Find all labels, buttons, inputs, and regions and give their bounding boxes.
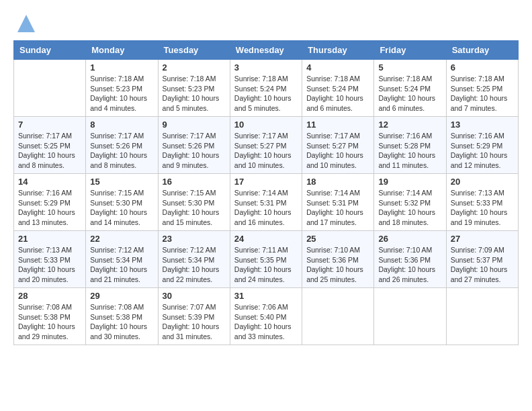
day-info: Sunrise: 7:11 AMSunset: 5:35 PMDaylight:… bbox=[234, 245, 298, 285]
calendar-week-row: 21Sunrise: 7:13 AMSunset: 5:33 PMDayligh… bbox=[14, 231, 519, 288]
day-number: 4 bbox=[306, 62, 369, 73]
calendar-week-row: 28Sunrise: 7:08 AMSunset: 5:38 PMDayligh… bbox=[14, 288, 519, 345]
day-info: Sunrise: 7:17 AMSunset: 5:26 PMDaylight:… bbox=[163, 131, 226, 171]
day-number: 21 bbox=[18, 234, 81, 244]
weekday-header-thursday: Thursday bbox=[302, 41, 374, 60]
logo-icon bbox=[16, 13, 36, 34]
day-info: Sunrise: 7:17 AMSunset: 5:25 PMDaylight:… bbox=[18, 131, 81, 171]
day-number: 15 bbox=[90, 177, 153, 187]
calendar-cell: 16Sunrise: 7:15 AMSunset: 5:30 PMDayligh… bbox=[158, 174, 230, 231]
calendar-cell: 25Sunrise: 7:10 AMSunset: 5:36 PMDayligh… bbox=[302, 231, 374, 288]
calendar-cell: 14Sunrise: 7:16 AMSunset: 5:29 PMDayligh… bbox=[14, 174, 86, 231]
day-number: 24 bbox=[234, 234, 298, 244]
day-info: Sunrise: 7:18 AMSunset: 5:23 PMDaylight:… bbox=[163, 74, 226, 113]
calendar-week-row: 14Sunrise: 7:16 AMSunset: 5:29 PMDayligh… bbox=[14, 174, 519, 231]
calendar-cell: 23Sunrise: 7:12 AMSunset: 5:34 PMDayligh… bbox=[158, 231, 230, 288]
weekday-header-saturday: Saturday bbox=[446, 41, 518, 60]
day-number: 9 bbox=[163, 120, 226, 130]
day-info: Sunrise: 7:17 AMSunset: 5:27 PMDaylight:… bbox=[234, 131, 298, 171]
day-info: Sunrise: 7:13 AMSunset: 5:33 PMDaylight:… bbox=[451, 188, 514, 228]
calendar-cell: 7Sunrise: 7:17 AMSunset: 5:25 PMDaylight… bbox=[14, 117, 86, 174]
day-number: 10 bbox=[234, 120, 298, 130]
calendar-cell: 22Sunrise: 7:12 AMSunset: 5:34 PMDayligh… bbox=[86, 231, 158, 288]
day-info: Sunrise: 7:06 AMSunset: 5:40 PMDaylight:… bbox=[234, 302, 298, 342]
day-info: Sunrise: 7:12 AMSunset: 5:34 PMDaylight:… bbox=[90, 245, 153, 285]
calendar-cell: 18Sunrise: 7:14 AMSunset: 5:31 PMDayligh… bbox=[302, 174, 374, 231]
calendar-cell: 5Sunrise: 7:18 AMSunset: 5:24 PMDaylight… bbox=[374, 60, 446, 117]
calendar-cell: 30Sunrise: 7:07 AMSunset: 5:39 PMDayligh… bbox=[158, 288, 230, 345]
calendar-cell: 21Sunrise: 7:13 AMSunset: 5:33 PMDayligh… bbox=[14, 231, 86, 288]
calendar-cell: 31Sunrise: 7:06 AMSunset: 5:40 PMDayligh… bbox=[230, 288, 302, 345]
day-number: 16 bbox=[163, 177, 226, 187]
calendar-cell: 1Sunrise: 7:18 AMSunset: 5:23 PMDaylight… bbox=[86, 60, 158, 117]
day-info: Sunrise: 7:17 AMSunset: 5:26 PMDaylight:… bbox=[90, 131, 153, 171]
logo bbox=[13, 13, 36, 34]
calendar-cell bbox=[446, 288, 518, 345]
day-number: 18 bbox=[306, 177, 369, 187]
weekday-header-sunday: Sunday bbox=[14, 41, 86, 60]
calendar-cell: 12Sunrise: 7:16 AMSunset: 5:28 PMDayligh… bbox=[374, 117, 446, 174]
day-number: 3 bbox=[234, 62, 298, 73]
calendar-cell: 26Sunrise: 7:10 AMSunset: 5:36 PMDayligh… bbox=[374, 231, 446, 288]
day-info: Sunrise: 7:15 AMSunset: 5:30 PMDaylight:… bbox=[90, 188, 153, 228]
weekday-header-row: SundayMondayTuesdayWednesdayThursdayFrid… bbox=[14, 41, 519, 60]
calendar-week-row: 7Sunrise: 7:17 AMSunset: 5:25 PMDaylight… bbox=[14, 117, 519, 174]
calendar-cell: 6Sunrise: 7:18 AMSunset: 5:25 PMDaylight… bbox=[446, 60, 518, 117]
calendar-cell: 13Sunrise: 7:16 AMSunset: 5:29 PMDayligh… bbox=[446, 117, 518, 174]
weekday-header-friday: Friday bbox=[374, 41, 446, 60]
day-number: 5 bbox=[378, 62, 441, 73]
day-number: 6 bbox=[451, 62, 514, 73]
calendar-cell: 4Sunrise: 7:18 AMSunset: 5:24 PMDaylight… bbox=[302, 60, 374, 117]
day-number: 29 bbox=[90, 291, 153, 301]
calendar-cell: 15Sunrise: 7:15 AMSunset: 5:30 PMDayligh… bbox=[86, 174, 158, 231]
day-info: Sunrise: 7:14 AMSunset: 5:31 PMDaylight:… bbox=[306, 188, 369, 228]
day-info: Sunrise: 7:18 AMSunset: 5:24 PMDaylight:… bbox=[306, 74, 369, 113]
day-number: 23 bbox=[163, 234, 226, 244]
calendar-week-row: 1Sunrise: 7:18 AMSunset: 5:23 PMDaylight… bbox=[14, 60, 519, 117]
day-number: 12 bbox=[378, 120, 441, 130]
day-info: Sunrise: 7:17 AMSunset: 5:27 PMDaylight:… bbox=[306, 131, 369, 171]
day-number: 14 bbox=[18, 177, 81, 187]
calendar-cell: 9Sunrise: 7:17 AMSunset: 5:26 PMDaylight… bbox=[158, 117, 230, 174]
calendar-cell: 24Sunrise: 7:11 AMSunset: 5:35 PMDayligh… bbox=[230, 231, 302, 288]
weekday-header-monday: Monday bbox=[86, 41, 158, 60]
day-number: 20 bbox=[451, 177, 514, 187]
day-number: 28 bbox=[18, 291, 81, 301]
day-info: Sunrise: 7:08 AMSunset: 5:38 PMDaylight:… bbox=[90, 302, 153, 342]
day-info: Sunrise: 7:13 AMSunset: 5:33 PMDaylight:… bbox=[18, 245, 81, 285]
calendar-cell: 27Sunrise: 7:09 AMSunset: 5:37 PMDayligh… bbox=[446, 231, 518, 288]
day-number: 19 bbox=[378, 177, 441, 187]
day-info: Sunrise: 7:18 AMSunset: 5:24 PMDaylight:… bbox=[378, 74, 441, 113]
day-number: 8 bbox=[90, 120, 153, 130]
day-info: Sunrise: 7:16 AMSunset: 5:29 PMDaylight:… bbox=[18, 188, 81, 228]
calendar-cell bbox=[302, 288, 374, 345]
day-number: 13 bbox=[451, 120, 514, 130]
day-number: 7 bbox=[18, 120, 81, 130]
calendar-cell: 8Sunrise: 7:17 AMSunset: 5:26 PMDaylight… bbox=[86, 117, 158, 174]
day-number: 1 bbox=[90, 62, 153, 73]
day-info: Sunrise: 7:18 AMSunset: 5:24 PMDaylight:… bbox=[234, 74, 298, 113]
calendar-cell: 28Sunrise: 7:08 AMSunset: 5:38 PMDayligh… bbox=[14, 288, 86, 345]
calendar-cell: 11Sunrise: 7:17 AMSunset: 5:27 PMDayligh… bbox=[302, 117, 374, 174]
calendar-table: SundayMondayTuesdayWednesdayThursdayFrid… bbox=[13, 40, 519, 345]
calendar-cell: 17Sunrise: 7:14 AMSunset: 5:31 PMDayligh… bbox=[230, 174, 302, 231]
day-info: Sunrise: 7:15 AMSunset: 5:30 PMDaylight:… bbox=[163, 188, 226, 228]
day-info: Sunrise: 7:18 AMSunset: 5:23 PMDaylight:… bbox=[90, 74, 153, 113]
calendar-cell: 10Sunrise: 7:17 AMSunset: 5:27 PMDayligh… bbox=[230, 117, 302, 174]
day-info: Sunrise: 7:16 AMSunset: 5:28 PMDaylight:… bbox=[378, 131, 441, 171]
day-number: 17 bbox=[234, 177, 298, 187]
day-info: Sunrise: 7:12 AMSunset: 5:34 PMDaylight:… bbox=[163, 245, 226, 285]
calendar-cell bbox=[14, 60, 86, 117]
day-number: 2 bbox=[163, 62, 226, 73]
calendar-cell: 3Sunrise: 7:18 AMSunset: 5:24 PMDaylight… bbox=[230, 60, 302, 117]
day-info: Sunrise: 7:10 AMSunset: 5:36 PMDaylight:… bbox=[306, 245, 369, 285]
day-info: Sunrise: 7:09 AMSunset: 5:37 PMDaylight:… bbox=[451, 245, 514, 285]
day-info: Sunrise: 7:10 AMSunset: 5:36 PMDaylight:… bbox=[378, 245, 441, 285]
calendar-cell: 19Sunrise: 7:14 AMSunset: 5:32 PMDayligh… bbox=[374, 174, 446, 231]
day-info: Sunrise: 7:14 AMSunset: 5:32 PMDaylight:… bbox=[378, 188, 441, 228]
day-number: 25 bbox=[306, 234, 369, 244]
day-info: Sunrise: 7:08 AMSunset: 5:38 PMDaylight:… bbox=[18, 302, 81, 342]
weekday-header-wednesday: Wednesday bbox=[230, 41, 302, 60]
day-number: 11 bbox=[306, 120, 369, 130]
weekday-header-tuesday: Tuesday bbox=[158, 41, 230, 60]
